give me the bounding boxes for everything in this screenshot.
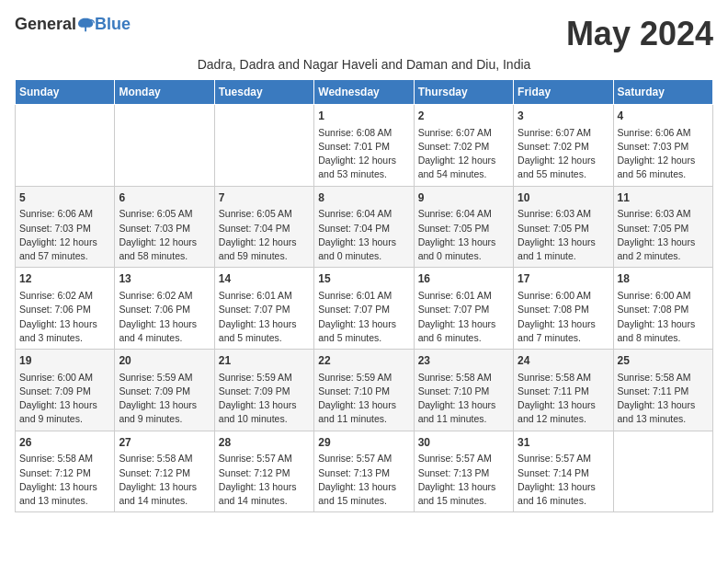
calendar-cell: 3Sunrise: 6:07 AM Sunset: 7:02 PM Daylig… <box>514 105 613 187</box>
day-number: 27 <box>119 435 210 451</box>
day-info: Sunrise: 6:03 AM Sunset: 7:05 PM Dayligh… <box>518 207 609 263</box>
day-number: 11 <box>618 190 709 206</box>
day-number: 9 <box>418 190 509 206</box>
weekday-header-row: SundayMondayTuesdayWednesdayThursdayFrid… <box>16 80 713 105</box>
day-number: 6 <box>119 190 210 206</box>
calendar-cell: 26Sunrise: 5:58 AM Sunset: 7:12 PM Dayli… <box>16 431 115 512</box>
day-info: Sunrise: 5:57 AM Sunset: 7:13 PM Dayligh… <box>318 452 409 508</box>
day-info: Sunrise: 5:58 AM Sunset: 7:11 PM Dayligh… <box>518 371 609 427</box>
calendar-cell: 16Sunrise: 6:01 AM Sunset: 7:07 PM Dayli… <box>414 268 513 350</box>
calendar-week-row: 1Sunrise: 6:08 AM Sunset: 7:01 PM Daylig… <box>16 105 713 187</box>
calendar-week-row: 19Sunrise: 6:00 AM Sunset: 7:09 PM Dayli… <box>16 350 713 431</box>
calendar-cell <box>214 105 313 187</box>
weekday-header-sunday: Sunday <box>16 80 115 105</box>
day-info: Sunrise: 5:58 AM Sunset: 7:12 PM Dayligh… <box>19 452 110 508</box>
day-number: 17 <box>518 271 609 287</box>
day-info: Sunrise: 6:04 AM Sunset: 7:05 PM Dayligh… <box>418 207 509 263</box>
calendar-cell: 14Sunrise: 6:01 AM Sunset: 7:07 PM Dayli… <box>214 268 313 350</box>
day-number: 8 <box>318 190 409 206</box>
day-number: 28 <box>219 435 310 451</box>
day-number: 15 <box>318 271 409 287</box>
day-number: 14 <box>219 271 310 287</box>
day-info: Sunrise: 5:58 AM Sunset: 7:12 PM Dayligh… <box>119 452 210 508</box>
day-number: 1 <box>318 109 409 124</box>
day-number: 12 <box>19 271 110 287</box>
calendar-week-row: 26Sunrise: 5:58 AM Sunset: 7:12 PM Dayli… <box>16 431 713 512</box>
calendar-cell: 30Sunrise: 5:57 AM Sunset: 7:13 PM Dayli… <box>414 431 513 512</box>
day-info: Sunrise: 6:02 AM Sunset: 7:06 PM Dayligh… <box>119 289 210 345</box>
calendar-cell: 8Sunrise: 6:04 AM Sunset: 7:04 PM Daylig… <box>314 186 414 268</box>
day-info: Sunrise: 6:02 AM Sunset: 7:06 PM Dayligh… <box>19 289 110 345</box>
calendar-cell: 19Sunrise: 6:00 AM Sunset: 7:09 PM Dayli… <box>16 350 115 431</box>
day-number: 3 <box>518 109 609 124</box>
logo-bird-icon <box>78 17 95 33</box>
day-info: Sunrise: 6:04 AM Sunset: 7:04 PM Dayligh… <box>318 207 409 263</box>
calendar-week-row: 12Sunrise: 6:02 AM Sunset: 7:06 PM Dayli… <box>16 268 713 350</box>
day-number: 22 <box>318 353 409 369</box>
calendar-subtitle: Dadra, Dadra and Nagar Haveli and Daman … <box>15 57 713 72</box>
calendar-week-row: 5Sunrise: 6:06 AM Sunset: 7:03 PM Daylig… <box>16 186 713 268</box>
logo-blue-text: Blue <box>95 15 131 34</box>
calendar-cell: 9Sunrise: 6:04 AM Sunset: 7:05 PM Daylig… <box>414 186 513 268</box>
calendar-cell: 31Sunrise: 5:57 AM Sunset: 7:14 PM Dayli… <box>514 431 613 512</box>
day-info: Sunrise: 5:57 AM Sunset: 7:14 PM Dayligh… <box>518 452 609 508</box>
day-info: Sunrise: 5:58 AM Sunset: 7:11 PM Dayligh… <box>618 371 709 427</box>
day-info: Sunrise: 5:57 AM Sunset: 7:12 PM Dayligh… <box>219 452 310 508</box>
day-number: 26 <box>19 435 110 451</box>
day-info: Sunrise: 6:07 AM Sunset: 7:02 PM Dayligh… <box>518 126 609 182</box>
day-info: Sunrise: 6:03 AM Sunset: 7:05 PM Dayligh… <box>618 207 709 263</box>
day-number: 21 <box>219 353 310 369</box>
day-info: Sunrise: 6:08 AM Sunset: 7:01 PM Dayligh… <box>318 126 409 182</box>
calendar-cell: 1Sunrise: 6:08 AM Sunset: 7:01 PM Daylig… <box>314 105 414 187</box>
calendar-cell: 20Sunrise: 5:59 AM Sunset: 7:09 PM Dayli… <box>115 350 214 431</box>
weekday-header-tuesday: Tuesday <box>214 80 313 105</box>
logo-general-text: General <box>15 15 76 34</box>
calendar-cell: 24Sunrise: 5:58 AM Sunset: 7:11 PM Dayli… <box>514 350 613 431</box>
month-title: May 2024 <box>566 15 713 53</box>
day-number: 24 <box>518 353 609 369</box>
day-info: Sunrise: 5:57 AM Sunset: 7:13 PM Dayligh… <box>418 452 509 508</box>
calendar-cell: 5Sunrise: 6:06 AM Sunset: 7:03 PM Daylig… <box>16 186 115 268</box>
day-info: Sunrise: 6:06 AM Sunset: 7:03 PM Dayligh… <box>19 207 110 263</box>
day-info: Sunrise: 6:05 AM Sunset: 7:04 PM Dayligh… <box>219 207 310 263</box>
day-number: 2 <box>418 109 509 124</box>
calendar-cell: 13Sunrise: 6:02 AM Sunset: 7:06 PM Dayli… <box>115 268 214 350</box>
weekday-header-wednesday: Wednesday <box>314 80 414 105</box>
calendar-cell: 10Sunrise: 6:03 AM Sunset: 7:05 PM Dayli… <box>514 186 613 268</box>
day-number: 23 <box>418 353 509 369</box>
page-header: General Blue May 2024 <box>15 15 713 53</box>
day-info: Sunrise: 6:01 AM Sunset: 7:07 PM Dayligh… <box>418 289 509 345</box>
calendar-cell: 29Sunrise: 5:57 AM Sunset: 7:13 PM Dayli… <box>314 431 414 512</box>
weekday-header-monday: Monday <box>115 80 214 105</box>
day-number: 19 <box>19 353 110 369</box>
calendar-cell: 21Sunrise: 5:59 AM Sunset: 7:09 PM Dayli… <box>214 350 313 431</box>
day-info: Sunrise: 5:59 AM Sunset: 7:10 PM Dayligh… <box>318 371 409 427</box>
calendar-cell <box>115 105 214 187</box>
calendar-cell: 11Sunrise: 6:03 AM Sunset: 7:05 PM Dayli… <box>613 186 712 268</box>
day-number: 18 <box>618 271 709 287</box>
day-info: Sunrise: 6:05 AM Sunset: 7:03 PM Dayligh… <box>119 207 210 263</box>
calendar-cell: 12Sunrise: 6:02 AM Sunset: 7:06 PM Dayli… <box>16 268 115 350</box>
day-number: 29 <box>318 435 409 451</box>
day-number: 16 <box>418 271 509 287</box>
calendar-cell: 2Sunrise: 6:07 AM Sunset: 7:02 PM Daylig… <box>414 105 513 187</box>
day-info: Sunrise: 6:00 AM Sunset: 7:08 PM Dayligh… <box>518 289 609 345</box>
calendar-cell: 7Sunrise: 6:05 AM Sunset: 7:04 PM Daylig… <box>214 186 313 268</box>
weekday-header-saturday: Saturday <box>613 80 712 105</box>
day-number: 4 <box>618 109 709 124</box>
day-number: 20 <box>119 353 210 369</box>
day-info: Sunrise: 6:07 AM Sunset: 7:02 PM Dayligh… <box>418 126 509 182</box>
day-info: Sunrise: 6:01 AM Sunset: 7:07 PM Dayligh… <box>318 289 409 345</box>
day-number: 31 <box>518 435 609 451</box>
weekday-header-thursday: Thursday <box>414 80 513 105</box>
calendar-cell: 23Sunrise: 5:58 AM Sunset: 7:10 PM Dayli… <box>414 350 513 431</box>
day-info: Sunrise: 5:59 AM Sunset: 7:09 PM Dayligh… <box>119 371 210 427</box>
calendar-cell: 22Sunrise: 5:59 AM Sunset: 7:10 PM Dayli… <box>314 350 414 431</box>
day-info: Sunrise: 6:06 AM Sunset: 7:03 PM Dayligh… <box>618 126 709 182</box>
day-number: 7 <box>219 190 310 206</box>
calendar-cell <box>16 105 115 187</box>
day-number: 13 <box>119 271 210 287</box>
day-info: Sunrise: 6:01 AM Sunset: 7:07 PM Dayligh… <box>219 289 310 345</box>
day-info: Sunrise: 5:59 AM Sunset: 7:09 PM Dayligh… <box>219 371 310 427</box>
day-number: 10 <box>518 190 609 206</box>
